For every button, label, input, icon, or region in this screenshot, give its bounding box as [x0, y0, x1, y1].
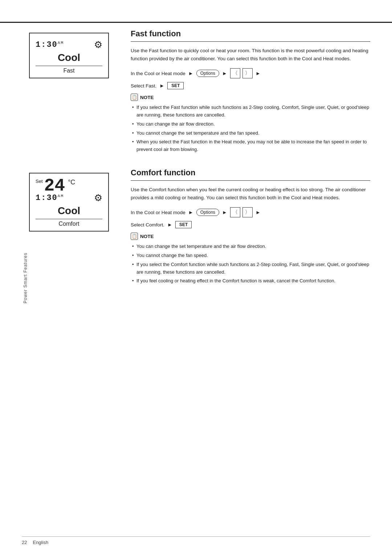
fast-note-icon: 📋 — [131, 94, 138, 101]
device1-time: 1:30AM — [36, 40, 64, 49]
side-label: Power Smart Features — [23, 253, 28, 303]
comfort-note-list: You can change the set temperature and t… — [131, 243, 370, 285]
fast-section-title: Fast function — [131, 29, 370, 42]
fast-set-btn[interactable]: SET — [167, 82, 184, 89]
device1-function: Fast — [36, 68, 102, 74]
fast-note-list: If you select the Fast function while su… — [131, 104, 370, 154]
footer-language: English — [33, 540, 48, 545]
fast-note-block: 📋 NOTE If you select the Fast function w… — [131, 94, 370, 154]
comfort-left-btn[interactable]: 〈 — [230, 207, 240, 217]
fan-icon-1: ⚙ — [94, 39, 102, 50]
comfort-note-item-1: You can change the set temperature and t… — [131, 243, 370, 250]
device2-set-label: Set — [36, 179, 43, 184]
comfort-section: Comfort function Use the Comfort functio… — [131, 168, 370, 285]
left-column: 1:30AM ⚙ Cool Fast Set 24°C 1:30AM ⚙ Coo… — [29, 29, 116, 299]
comfort-instruction-prefix: In the Cool or Heat mode — [131, 210, 185, 215]
comfort-set-btn[interactable]: SET — [175, 221, 192, 228]
fast-instruction-prefix: In the Cool or Heat mode — [131, 71, 185, 76]
fast-section-desc: Use the Fast function to quickly cool or… — [131, 47, 370, 62]
comfort-select-text: Select Comfort. — [131, 222, 164, 228]
fan-icon-2: ⚙ — [94, 192, 102, 204]
comfort-note-header: 📋 NOTE — [131, 233, 370, 240]
comfort-instruction-row: In the Cool or Heat mode ► Options ► 〈 〉… — [131, 207, 370, 217]
fast-arrow-1: ► — [188, 70, 193, 76]
comfort-section-title: Comfort function — [131, 168, 370, 181]
fast-note-header: 📋 NOTE — [131, 94, 370, 101]
fast-note-label: NOTE — [140, 95, 154, 100]
comfort-options-btn[interactable]: Options — [196, 209, 219, 216]
comfort-right-btn[interactable]: 〉 — [242, 207, 253, 217]
fast-arrow-3: ► — [256, 70, 261, 76]
fast-left-btn[interactable]: 〈 — [230, 68, 240, 78]
comfort-arrow-1: ► — [188, 209, 193, 215]
footer-page-number: 22 — [22, 540, 27, 545]
device-display-fast: 1:30AM ⚙ Cool Fast — [29, 33, 109, 78]
fast-select-row: Select Fast. ► SET — [131, 82, 370, 89]
comfort-note-item-4: If you feel cooling or heating effect in… — [131, 277, 370, 285]
comfort-arrow-3: ► — [256, 209, 261, 215]
device-display-comfort: Set 24°C 1:30AM ⚙ Cool Comfort — [29, 173, 109, 232]
device2-function: Comfort — [36, 221, 102, 227]
device2-time: 1:30AM — [36, 193, 64, 203]
device2-temp-unit: °C — [68, 179, 75, 186]
fast-note-item-3: You cannot change the set temperature an… — [131, 130, 370, 137]
comfort-note-item-3: If you select the Comfort function while… — [131, 261, 370, 276]
device2-mode: Cool — [36, 205, 102, 217]
comfort-note-label: NOTE — [140, 234, 154, 239]
top-border — [0, 22, 392, 23]
fast-note-item-4: When you select the Fast function in the… — [131, 138, 370, 154]
comfort-select-arrow: ► — [167, 222, 172, 228]
device2-temp: 24 — [44, 177, 65, 195]
fast-select-text: Select Fast. — [131, 83, 156, 89]
device1-mode: Cool — [36, 52, 102, 64]
comfort-note-icon: 📋 — [131, 233, 138, 240]
comfort-select-row: Select Comfort. ► SET — [131, 221, 370, 228]
fast-options-btn[interactable]: Options — [196, 70, 219, 77]
right-column: Fast function Use the Fast function to q… — [131, 29, 370, 299]
fast-select-arrow: ► — [159, 83, 164, 89]
comfort-note-item-2: You cannot change the fan speed. — [131, 252, 370, 259]
comfort-note-block: 📋 NOTE You can change the set temperatur… — [131, 233, 370, 285]
fast-note-item-1: If you select the Fast function while su… — [131, 104, 370, 119]
comfort-section-desc: Use the Comfort function when you feel t… — [131, 186, 370, 201]
fast-note-item-2: You can change the air flow direction. — [131, 120, 370, 128]
footer: 22 English — [22, 536, 370, 545]
fast-section: Fast function Use the Fast function to q… — [131, 29, 370, 154]
fast-instruction-row: In the Cool or Heat mode ► Options ► 〈 〉… — [131, 68, 370, 78]
comfort-arrow-2: ► — [222, 209, 227, 215]
fast-right-btn[interactable]: 〉 — [242, 68, 253, 78]
fast-arrow-2: ► — [222, 70, 227, 76]
